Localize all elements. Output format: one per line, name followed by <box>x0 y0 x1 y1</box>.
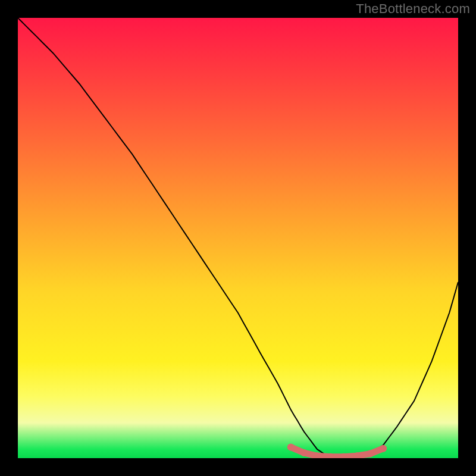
optimal-band <box>18 18 458 458</box>
optimal-dot <box>367 450 374 458</box>
optimal-dot <box>380 445 387 452</box>
optimal-dot <box>300 449 308 456</box>
optimal-dot <box>287 444 295 451</box>
chart-container: TheBottleneck.com <box>0 0 476 476</box>
watermark-text: TheBottleneck.com <box>356 1 470 17</box>
